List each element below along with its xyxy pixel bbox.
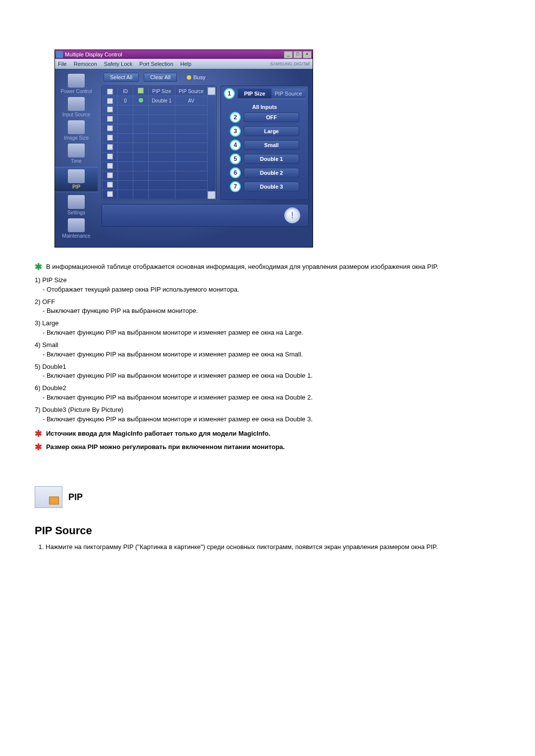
menu-bar: File Remocon Safety Lock Port Selection … [55, 59, 313, 69]
table-row[interactable] [103, 115, 216, 124]
brand-label: SAMSUNG DIGITall [270, 61, 310, 66]
busy-label: Busy [193, 74, 205, 80]
col-status [133, 87, 149, 96]
steps-list: Нажмите на пиктограмму PIP ("Картинка в … [35, 543, 500, 552]
sidebar-item-maintenance[interactable]: Maintenance [55, 218, 98, 239]
sidebar-label: Maintenance [55, 233, 98, 239]
warning-note: ✱ Размер окна PIP можно регулировать при… [35, 443, 500, 452]
section-header: PIP [35, 486, 500, 508]
status-dot-icon [139, 98, 143, 102]
feature-list: 1) PIP Size - Отображает текущий размер … [35, 276, 500, 424]
close-button[interactable]: × [303, 51, 312, 58]
minimize-button[interactable]: _ [284, 51, 293, 58]
sidebar-label: Power Control [55, 89, 98, 94]
table-row[interactable]: 0 Double 1 AV ▼ [103, 96, 216, 105]
star-icon: ✱ [35, 443, 42, 452]
info-note: ✱ В информационной таблице отображается … [35, 262, 500, 272]
sidebar-item-power-control[interactable]: Power Control [55, 74, 98, 94]
list-item: 6) Double2 - Включает функцию PIP на выб… [35, 384, 500, 403]
cell-pip-source: AV [175, 96, 207, 105]
row-checkbox[interactable] [107, 144, 113, 150]
info-icon: ! [284, 207, 300, 223]
pip-panel: 1 PIP Size PIP Source All Inputs 2OFF 3L… [220, 86, 309, 200]
sidebar: Power Control Input Source Image Size Ti… [55, 69, 98, 247]
image-size-icon [68, 120, 85, 134]
callout-1: 1 [224, 88, 235, 99]
sidebar-item-pip[interactable]: PIP [55, 167, 98, 192]
pip-double3-button[interactable]: Double 3 [244, 182, 299, 192]
table-row[interactable] [103, 171, 216, 181]
star-icon: ✱ [35, 429, 42, 439]
scroll-down-button[interactable]: ▼ [208, 191, 215, 199]
row-checkbox[interactable] [107, 106, 113, 112]
menu-help[interactable]: Help [180, 61, 192, 67]
list-item: 4) Small - Включает функцию PIP на выбра… [35, 341, 500, 359]
tab-pip-size[interactable]: PIP Size [238, 89, 271, 99]
sidebar-label: Image Size [55, 135, 98, 141]
row-checkbox[interactable] [107, 116, 113, 122]
menu-port-selection[interactable]: Port Selection [139, 61, 173, 67]
scroll-up-button[interactable]: ▲ [208, 87, 215, 95]
display-table: ID PIP Size PIP Source ▲ 0 Double 1 [102, 86, 216, 200]
table-row[interactable] [103, 143, 216, 152]
table-row[interactable] [103, 134, 216, 143]
row-checkbox[interactable] [107, 98, 113, 104]
list-item: 1) PIP Size - Отображает текущий размер … [35, 276, 500, 295]
menu-safety-lock[interactable]: Safety Lock [104, 61, 132, 67]
col-checkbox[interactable] [103, 87, 118, 96]
row-checkbox[interactable] [107, 125, 113, 131]
row-checkbox[interactable] [107, 135, 113, 141]
pip-section-icon [35, 486, 62, 508]
menu-remocon[interactable]: Remocon [74, 61, 97, 67]
menu-file[interactable]: File [58, 61, 67, 67]
table-row[interactable] [103, 152, 216, 162]
sidebar-label: Settings [55, 210, 98, 215]
list-item: 3) Large - Включает функцию PIP на выбра… [35, 319, 500, 338]
row-checkbox[interactable] [107, 191, 113, 197]
col-pip-source: PIP Source [175, 87, 207, 96]
title-bar: Multiple Display Control _ □ × [55, 50, 313, 59]
maximize-button[interactable]: □ [293, 51, 302, 58]
pip-double2-button[interactable]: Double 2 [244, 168, 299, 178]
sidebar-item-image-size[interactable]: Image Size [55, 120, 98, 141]
pip-off-button[interactable]: OFF [244, 112, 299, 122]
list-item: 7) Double3 (Picture By Picture) - Включа… [35, 405, 500, 424]
sidebar-item-time[interactable]: Time [55, 144, 98, 164]
row-checkbox[interactable] [107, 163, 113, 169]
pip-large-button[interactable]: Large [244, 126, 299, 136]
select-all-button[interactable]: Select All [104, 73, 139, 82]
sidebar-item-settings[interactable]: Settings [55, 195, 98, 215]
table-row[interactable] [103, 124, 216, 134]
input-source-icon [68, 97, 85, 111]
table-row[interactable] [103, 190, 216, 200]
app-icon [56, 51, 63, 58]
pip-double1-button[interactable]: Double 1 [244, 154, 299, 164]
table-row[interactable] [103, 162, 216, 171]
tab-pip-source[interactable]: PIP Source [271, 89, 305, 99]
table-row[interactable] [103, 181, 216, 190]
cell-pip-size: Double 1 [149, 96, 175, 105]
subheading: PIP Source [35, 523, 500, 539]
callout-3: 3 [230, 126, 241, 137]
status-bar: ! [102, 204, 309, 227]
sidebar-label: PIP [55, 184, 98, 190]
row-checkbox[interactable] [107, 182, 113, 188]
warning-note: ✱ Источник ввода для MagicInfo работает … [35, 429, 500, 439]
warning-text: Размер окна PIP можно регулировать при в… [46, 443, 500, 452]
col-pip-size: PIP Size [149, 87, 175, 96]
pip-small-button[interactable]: Small [244, 140, 299, 150]
list-item: 5) Double1 - Включает функцию PIP на выб… [35, 362, 500, 381]
power-icon [68, 74, 85, 88]
sidebar-label: Input Source [55, 112, 98, 117]
row-checkbox[interactable] [107, 172, 113, 178]
maintenance-icon [68, 218, 85, 232]
cell-id: 0 [118, 96, 133, 105]
table-row[interactable] [103, 105, 216, 115]
step-item: Нажмите на пиктограмму PIP ("Картинка в … [46, 543, 500, 552]
clear-all-button[interactable]: Clear All [144, 73, 177, 82]
row-checkbox[interactable] [107, 153, 113, 159]
window-title: Multiple Display Control [65, 51, 283, 57]
sidebar-item-input-source[interactable]: Input Source [55, 97, 98, 117]
busy-indicator: Busy [187, 74, 205, 80]
callout-7: 7 [230, 181, 241, 192]
